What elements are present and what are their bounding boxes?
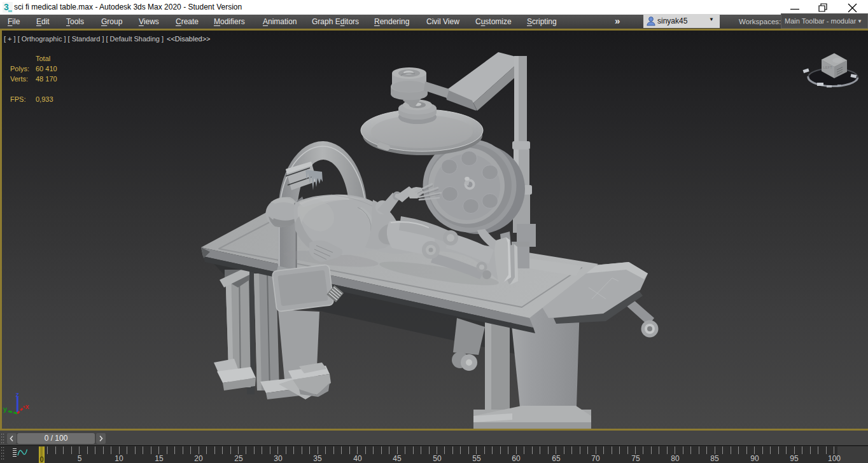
- svg-text:LEFT: LEFT: [823, 66, 833, 69]
- svg-text:z: z: [16, 390, 20, 398]
- svg-text:FPS:: FPS:: [10, 95, 25, 103]
- svg-text:Verts:: Verts:: [10, 75, 28, 83]
- svg-text:48 170: 48 170: [36, 75, 57, 83]
- svg-text:x: x: [25, 403, 30, 410]
- svg-text:Polys:: Polys:: [10, 65, 29, 73]
- svg-text:60 410: 60 410: [36, 65, 57, 73]
- svg-text:[ + ] [ Orthographic ] [ Stand: [ + ] [ Orthographic ] [ Standard ] [ De…: [4, 35, 164, 43]
- svg-text:Total: Total: [36, 55, 50, 62]
- svg-text:y: y: [3, 405, 8, 413]
- svg-text:3: 3: [4, 2, 9, 12]
- svg-text:0,933: 0,933: [36, 95, 53, 103]
- svg-text:<<Disabled>>: <<Disabled>>: [167, 35, 211, 43]
